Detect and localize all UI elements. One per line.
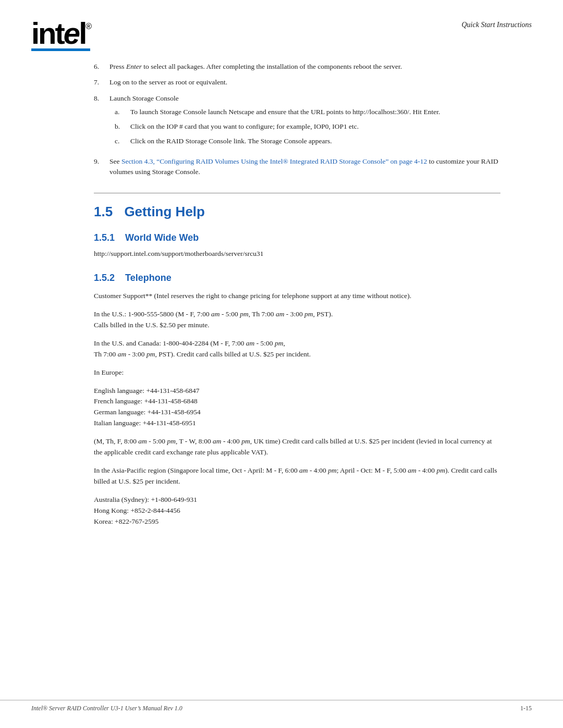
- section-rule: [94, 193, 500, 193]
- pm-italic-6: pm: [241, 437, 250, 445]
- am-italic-5: am: [138, 437, 147, 445]
- section-152-number: 1.5.2: [94, 273, 115, 283]
- list-item-7: 7. Log on to the server as root or equiv…: [94, 77, 500, 88]
- list-item-9: 9. See Section 4.3, “Configuring RAID Vo…: [94, 156, 500, 178]
- item-text-9: See Section 4.3, “Configuring RAID Volum…: [109, 156, 500, 178]
- footer-right: 1-15: [520, 705, 532, 712]
- section-15-title: Getting Help: [124, 204, 205, 219]
- sub-letter-8a: a.: [115, 107, 130, 117]
- list-item-6: 6. Press Enter to select all packages. A…: [94, 61, 500, 72]
- section-151-heading: 1.5.1 World Wide Web: [94, 232, 500, 243]
- sub-item-8b: b. Click on the IOP # card that you want…: [115, 121, 500, 132]
- item-text-6: Press Enter to select all packages. Afte…: [109, 61, 500, 72]
- tel-para-3: In the U.S. and Canada: 1-800-404-2284 (…: [94, 338, 500, 360]
- pm-italic-1: pm: [240, 310, 249, 318]
- section-15-heading: 1.5 Getting Help: [94, 193, 500, 220]
- pm-italic-8: pm: [436, 466, 445, 474]
- pm-italic-7: pm: [328, 466, 337, 474]
- header: intel® Quick Start Instructions: [0, 0, 563, 61]
- sub-letter-8c: c.: [115, 136, 130, 146]
- page: intel® Quick Start Instructions 6. Press…: [0, 0, 563, 728]
- am-italic-1: am: [211, 310, 220, 318]
- header-title: Quick Start Instructions: [461, 16, 532, 29]
- section-link: Section 4.3, “Configuring RAID Volumes U…: [121, 157, 427, 165]
- intro-list: 6. Press Enter to select all packages. A…: [94, 61, 500, 177]
- am-italic-8: am: [408, 466, 417, 474]
- sub-letter-8b: b.: [115, 121, 130, 132]
- section-151-title: World Wide Web: [125, 232, 199, 243]
- item-text-8: Launch Storage Console a. To launch Stor…: [109, 93, 500, 151]
- tel-para-8: Australia (Sydney): +1-800-649-931 Hong …: [94, 495, 500, 527]
- sub-text-8a: To launch Storage Console launch Netscap…: [130, 107, 500, 117]
- section-152-title: Telephone: [125, 273, 172, 283]
- sub-item-8a: a. To launch Storage Console launch Nets…: [115, 107, 500, 117]
- tel-para-4: In Europe:: [94, 367, 500, 378]
- web-url: http://support.intel.com/support/motherb…: [94, 250, 500, 258]
- item-number-7: 7.: [94, 77, 109, 88]
- main-content: 6. Press Enter to select all packages. A…: [0, 61, 563, 566]
- sub-text-8b: Click on the IOP # card that you want to…: [130, 121, 500, 132]
- pm-italic-3: pm: [275, 339, 284, 347]
- list-item-8: 8. Launch Storage Console a. To launch S…: [94, 93, 500, 151]
- am-italic-3: am: [246, 339, 255, 347]
- am-italic-6: am: [213, 437, 222, 445]
- sub-item-8c: c. Click on the RAID Storage Console lin…: [115, 136, 500, 146]
- pm-italic-2: pm: [304, 310, 313, 318]
- section-151-number: 1.5.1: [94, 232, 115, 243]
- pm-italic-4: pm: [146, 350, 155, 358]
- logo-text: intel®: [31, 16, 90, 51]
- am-italic-2: am: [276, 310, 285, 318]
- italic-enter: Enter: [126, 63, 142, 70]
- section-152-heading: 1.5.2 Telephone: [94, 273, 500, 283]
- item-number-8: 8.: [94, 93, 109, 151]
- footer: Intel® Server RAID Controller U3-1 User’…: [0, 700, 563, 712]
- section-152-label: 1.5.2 Telephone: [94, 273, 500, 283]
- item-number-6: 6.: [94, 61, 109, 72]
- tel-para-7: In the Asia-Pacific region (Singapore lo…: [94, 465, 500, 487]
- section-15-number: 1.5: [94, 204, 113, 219]
- pm-italic-5: pm: [167, 437, 176, 445]
- tel-para-6: (M, Th, F, 8:00 am - 5:00 pm, T - W, 8:0…: [94, 436, 500, 458]
- sub-list-8: a. To launch Storage Console launch Nets…: [115, 107, 500, 147]
- tel-para-1: Customer Support** (Intel reserves the r…: [94, 291, 500, 302]
- footer-left: Intel® Server RAID Controller U3-1 User’…: [31, 705, 182, 712]
- tel-para-2: In the U.S.: 1-900-555-5800 (M - F, 7:00…: [94, 309, 500, 331]
- item-text-7: Log on to the server as root or equivale…: [109, 77, 500, 88]
- intel-logo: intel®: [31, 16, 90, 51]
- am-italic-7: am: [299, 466, 308, 474]
- tel-para-5: English language: +44-131-458-6847 Frenc…: [94, 386, 500, 429]
- am-italic-4: am: [118, 350, 127, 358]
- sub-text-8c: Click on the RAID Storage Console link. …: [130, 136, 500, 146]
- item-number-9: 9.: [94, 156, 109, 178]
- section-15-label: 1.5 Getting Help: [94, 204, 205, 219]
- section-151-label: 1.5.1 World Wide Web: [94, 232, 500, 243]
